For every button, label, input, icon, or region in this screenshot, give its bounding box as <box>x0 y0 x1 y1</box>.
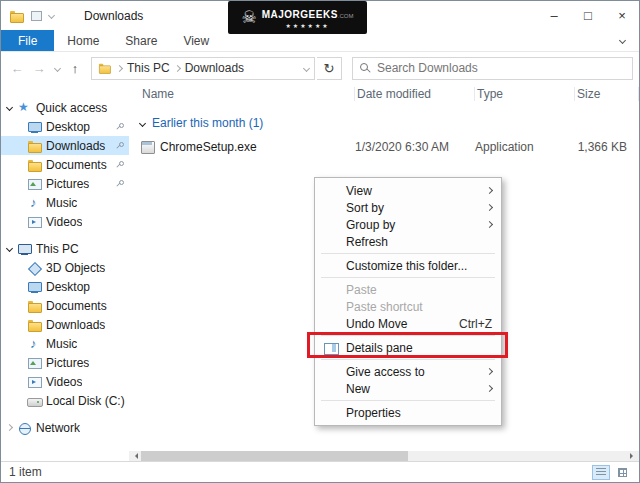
minimize-button[interactable]: – <box>537 1 571 30</box>
menu-separator <box>321 253 495 254</box>
sidebar-item-local-disk-c[interactable]: Local Disk (C:) <box>1 391 129 410</box>
qat-customize-icon[interactable] <box>48 12 55 19</box>
documents-folder-icon <box>27 299 42 313</box>
tab-file[interactable]: File <box>1 30 54 51</box>
column-headers: Name Date modified Type Size <box>129 84 639 104</box>
column-header-date-modified[interactable]: Date modified <box>355 87 475 101</box>
sidebar-item-documents-pc[interactable]: Documents <box>1 296 129 315</box>
search-box[interactable] <box>352 57 633 80</box>
scrollbar-thumb[interactable] <box>141 451 408 461</box>
watermark-tld: .COM <box>338 13 354 19</box>
sidebar-item-desktop-pc[interactable]: Desktop <box>1 277 129 296</box>
sidebar-item-pictures-qa[interactable]: Pictures <box>1 174 129 193</box>
app-icon[interactable] <box>9 9 24 23</box>
pictures-icon <box>27 356 42 370</box>
address-dropdown-chevron[interactable] <box>303 64 310 71</box>
sidebar-item-downloads-qa[interactable]: Downloads <box>1 136 129 155</box>
group-header[interactable]: Earlier this month (1) <box>140 116 639 130</box>
up-button[interactable]: ↑ <box>65 57 85 79</box>
highlight-box <box>307 332 508 358</box>
menu-item-view[interactable]: View <box>315 182 501 199</box>
sidebar-item-videos-pc[interactable]: Videos <box>1 372 129 391</box>
this-pc-icon <box>17 242 32 256</box>
sidebar-item-documents-qa[interactable]: Documents <box>1 155 129 174</box>
tab-home[interactable]: Home <box>54 30 112 51</box>
menu-shortcut: Ctrl+Z <box>459 317 492 331</box>
search-input[interactable] <box>377 61 626 75</box>
maximize-button[interactable]: □ <box>571 1 605 30</box>
column-header-size[interactable]: Size <box>575 87 639 101</box>
navigation-pane: Quick access Desktop Downloads Documents… <box>1 84 129 461</box>
submenu-chevron <box>486 221 493 228</box>
scroll-left-arrow[interactable] <box>132 453 138 459</box>
expand-chevron[interactable] <box>5 425 13 430</box>
menu-separator <box>321 359 495 360</box>
sidebar-item-network[interactable]: Network <box>1 418 129 437</box>
sidebar-item-pictures-pc[interactable]: Pictures <box>1 353 129 372</box>
status-bar: 1 item <box>1 461 639 482</box>
expand-ribbon-chevron[interactable] <box>620 30 625 51</box>
refresh-button[interactable]: ↻ <box>317 57 342 80</box>
menu-item-give-access-to[interactable]: Give access to <box>315 363 501 380</box>
exe-file-icon <box>140 140 155 154</box>
sidebar-item-music-qa[interactable]: Music <box>1 193 129 212</box>
tab-share[interactable]: Share <box>112 30 170 51</box>
sidebar-item-videos-qa[interactable]: Videos <box>1 212 129 231</box>
breadcrumb-downloads[interactable]: Downloads <box>185 61 244 75</box>
back-button[interactable]: ← <box>7 57 27 79</box>
sidebar-item-this-pc[interactable]: This PC <box>1 239 129 258</box>
sidebar-item-desktop-qa[interactable]: Desktop <box>1 117 129 136</box>
breadcrumb-this-pc[interactable]: This PC <box>127 61 170 75</box>
large-icons-view-icon <box>618 468 627 477</box>
file-row[interactable]: ChromeSetup.exe 1/3/2020 6:30 AM Applica… <box>129 137 639 157</box>
skull-icon: ☠ <box>241 9 256 26</box>
menu-item-group-by[interactable]: Group by <box>315 216 501 233</box>
videos-icon <box>27 375 42 389</box>
breadcrumb-chevron[interactable] <box>116 64 123 71</box>
menu-item-paste-shortcut[interactable]: Paste shortcut <box>315 298 501 315</box>
file-size: 1,366 KB <box>575 140 639 154</box>
menu-item-undo-move[interactable]: Undo MoveCtrl+Z <box>315 315 501 332</box>
menu-item-paste[interactable]: Paste <box>315 281 501 298</box>
breadcrumb-chevron[interactable] <box>174 64 181 71</box>
quick-access-toolbar <box>9 9 54 23</box>
pin-icon <box>115 179 124 188</box>
tab-view[interactable]: View <box>170 30 222 51</box>
menu-item-refresh[interactable]: Refresh <box>315 233 501 250</box>
search-icon <box>359 62 371 74</box>
sidebar-item-music-pc[interactable]: Music <box>1 334 129 353</box>
watermark-brand: MAJORGEEKS <box>262 9 338 20</box>
music-icon <box>27 337 42 351</box>
menu-item-new[interactable]: New <box>315 380 501 397</box>
column-header-name[interactable]: Name <box>140 87 355 101</box>
menu-item-customize-this-folder[interactable]: Customize this folder... <box>315 257 501 274</box>
menu-separator <box>321 277 495 278</box>
group-collapse-chevron[interactable] <box>139 119 146 126</box>
details-view-button[interactable] <box>592 465 610 480</box>
column-header-type[interactable]: Type <box>475 87 575 101</box>
collapse-chevron[interactable] <box>5 246 13 251</box>
menu-item-properties[interactable]: Properties <box>315 404 501 421</box>
submenu-chevron <box>486 368 493 375</box>
sidebar-item-3d-objects[interactable]: 3D Objects <box>1 258 129 277</box>
horizontal-scrollbar[interactable] <box>129 451 639 461</box>
scroll-right-arrow[interactable] <box>630 453 636 459</box>
recent-locations-chevron[interactable] <box>51 66 63 71</box>
sidebar-item-quick-access[interactable]: Quick access <box>1 98 129 117</box>
submenu-chevron <box>486 187 493 194</box>
forward-button[interactable]: → <box>29 57 49 79</box>
details-view-icon <box>596 468 606 476</box>
qat-properties-icon[interactable] <box>31 11 42 21</box>
file-type: Application <box>475 140 575 154</box>
desktop-icon <box>27 120 42 134</box>
sidebar-item-downloads-pc[interactable]: Downloads <box>1 315 129 334</box>
window-controls: – □ × <box>537 1 639 30</box>
pin-icon <box>115 122 124 131</box>
videos-icon <box>27 215 42 229</box>
menu-item-sort-by[interactable]: Sort by <box>315 199 501 216</box>
close-button[interactable]: × <box>605 1 639 30</box>
large-icons-view-button[interactable] <box>613 465 631 480</box>
address-bar[interactable]: This PC Downloads <box>91 57 315 80</box>
downloads-folder-icon <box>27 318 42 332</box>
collapse-chevron[interactable] <box>5 105 13 110</box>
